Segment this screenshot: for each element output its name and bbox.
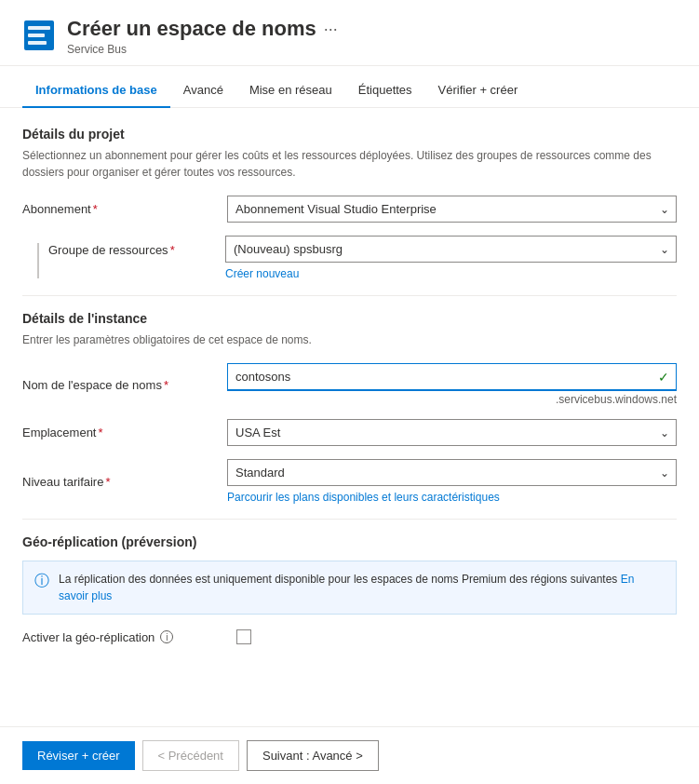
- groupe-label: Groupe de ressources*: [48, 236, 225, 257]
- niveau-dropdown-wrapper: Standard ⌄: [227, 459, 677, 486]
- header-ellipsis[interactable]: ···: [324, 20, 338, 39]
- review-create-button[interactable]: Réviser + créer: [22, 741, 135, 770]
- abonnement-dropdown-wrapper: Abonnement Visual Studio Enterprise ⌄: [227, 196, 677, 223]
- page-subtitle: Service Bus: [67, 43, 338, 56]
- section-geo-title: Géo-réplication (préversion): [22, 534, 677, 549]
- previous-button[interactable]: < Précédent: [142, 740, 239, 771]
- creer-nouveau-link[interactable]: Créer nouveau: [225, 267, 299, 280]
- nom-input-wrapper: ✓: [227, 363, 677, 391]
- section-project-desc: Sélectionnez un abonnement pour gérer le…: [22, 147, 677, 181]
- page-header: Créer un espace de noms ··· Service Bus: [0, 0, 699, 66]
- abonnement-select[interactable]: Abonnement Visual Studio Enterprise: [227, 196, 677, 223]
- section-instance-title: Détails de l'instance: [22, 311, 677, 326]
- geo-checkbox[interactable]: [236, 629, 251, 644]
- niveau-select[interactable]: Standard: [227, 459, 677, 486]
- nom-suffix: .servicebus.windows.net: [227, 393, 677, 406]
- indent-line: [37, 243, 39, 278]
- svg-rect-1: [28, 26, 50, 30]
- groupe-select[interactable]: (Nouveau) spsbusrg: [225, 236, 677, 263]
- abonnement-field: Abonnement Visual Studio Enterprise ⌄: [227, 196, 677, 223]
- niveau-field: Standard ⌄ Parcourir les plans disponibl…: [227, 459, 677, 504]
- check-icon: ✓: [658, 370, 669, 385]
- emplacement-label: Emplacement*: [22, 426, 227, 439]
- footer: Réviser + créer < Précédent Suivant : Av…: [0, 726, 699, 784]
- info-box-text: La réplication des données est uniquemen…: [59, 571, 665, 604]
- niveau-row: Niveau tarifaire* Standard ⌄ Parcourir l…: [22, 459, 677, 504]
- service-bus-icon: [22, 19, 56, 52]
- nom-input[interactable]: [227, 363, 677, 391]
- emplacement-row: Emplacement* USA Est ⌄: [22, 419, 677, 446]
- geo-checkbox-label: Activer la géo-réplication i: [22, 630, 227, 644]
- svg-rect-3: [28, 41, 47, 45]
- section-instance-desc: Entrer les paramètres obligatoires de ce…: [22, 331, 677, 348]
- geo-checkbox-row: Activer la géo-réplication i: [22, 629, 677, 644]
- section-divider-2: [22, 519, 677, 520]
- emplacement-select[interactable]: USA Est: [227, 419, 677, 446]
- tab-verifier[interactable]: Vérifier + créer: [425, 74, 531, 108]
- tabs-container: Informations de base Avancé Mise en rése…: [0, 74, 699, 108]
- page-title: Créer un espace de noms ···: [67, 17, 338, 41]
- parcourir-plans-link[interactable]: Parcourir les plans disponibles et leurs…: [227, 491, 500, 504]
- tab-informations[interactable]: Informations de base: [22, 74, 170, 108]
- tab-mise-en-reseau[interactable]: Mise en réseau: [236, 74, 345, 108]
- info-box: ⓘ La réplication des données est uniquem…: [22, 561, 677, 615]
- groupe-field: (Nouveau) spsbusrg ⌄ Créer nouveau: [225, 236, 677, 280]
- section-project-title: Détails du projet: [22, 127, 677, 142]
- emplacement-field: USA Est ⌄: [227, 419, 677, 446]
- tab-etiquettes[interactable]: Étiquettes: [345, 74, 425, 108]
- next-button[interactable]: Suivant : Avancé >: [247, 740, 379, 771]
- content-area: Détails du projet Sélectionnez un abonne…: [0, 108, 699, 663]
- svg-rect-2: [28, 34, 45, 37]
- niveau-label: Niveau tarifaire*: [22, 475, 227, 489]
- tab-avance[interactable]: Avancé: [170, 74, 236, 108]
- abonnement-label: Abonnement*: [22, 202, 227, 216]
- section-divider-1: [22, 295, 677, 296]
- header-text: Créer un espace de noms ··· Service Bus: [67, 17, 338, 56]
- nom-field: ✓ .servicebus.windows.net: [227, 363, 677, 406]
- nom-row: Nom de l'espace de noms* ✓ .servicebus.w…: [22, 363, 677, 406]
- emplacement-dropdown-wrapper: USA Est ⌄: [227, 419, 677, 446]
- nom-label: Nom de l'espace de noms*: [22, 378, 227, 392]
- groupe-dropdown-wrapper: (Nouveau) spsbusrg ⌄: [225, 236, 677, 263]
- abonnement-row: Abonnement* Abonnement Visual Studio Ent…: [22, 196, 677, 223]
- info-icon: ⓘ: [34, 572, 49, 591]
- groupe-row: Groupe de ressources* (Nouveau) spsbusrg…: [37, 236, 677, 280]
- geo-info-tooltip[interactable]: i: [160, 630, 173, 643]
